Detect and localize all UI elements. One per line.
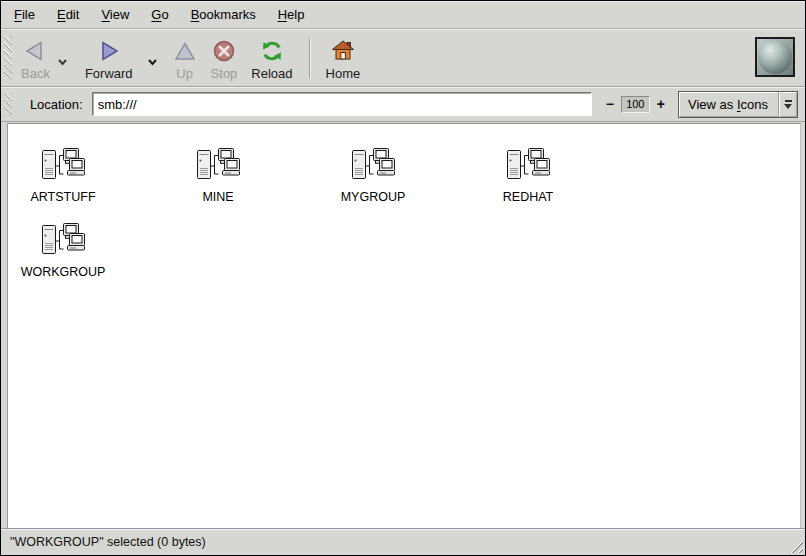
- up-button[interactable]: Up: [166, 32, 204, 85]
- workgroup-item-redhat[interactable]: REDHAT: [473, 147, 583, 204]
- icon-view[interactable]: ARTSTUFF: [7, 123, 801, 528]
- home-button[interactable]: Home: [319, 32, 368, 85]
- menu-go[interactable]: Go: [140, 2, 179, 27]
- menu-bookmarks[interactable]: Bookmarks: [180, 2, 267, 27]
- icon-row: WORKGROUP: [8, 222, 800, 279]
- toolbar-drag-handle[interactable]: [4, 36, 12, 80]
- resize-grip[interactable]: [786, 536, 803, 553]
- throbber-sphere-icon: [758, 40, 792, 74]
- workgroup-item-workgroup[interactable]: WORKGROUP: [8, 222, 118, 279]
- home-icon: [331, 38, 355, 64]
- menu-view[interactable]: View: [90, 2, 140, 27]
- forward-icon: [97, 38, 121, 64]
- workgroup-item-label: REDHAT: [503, 190, 553, 204]
- status-text: "WORKGROUP" selected (0 bytes): [10, 535, 206, 549]
- back-history-dropdown-icon[interactable]: [57, 52, 68, 70]
- network-workgroup-icon: [505, 147, 552, 185]
- stop-button[interactable]: Stop: [204, 32, 245, 85]
- forward-history-dropdown-icon[interactable]: [147, 52, 158, 70]
- toolbar: Back Forward Up Stop: [1, 29, 805, 87]
- reload-icon: [260, 38, 284, 64]
- zoom-in-button[interactable]: +: [654, 96, 668, 112]
- workgroup-item-label: ARTSTUFF: [30, 190, 95, 204]
- location-bar: Location: − 100 + View as Icons: [1, 87, 805, 122]
- toolbar-separator: [309, 38, 310, 78]
- network-workgroup-icon: [195, 147, 242, 185]
- menu-help[interactable]: Help: [267, 2, 316, 27]
- location-label: Location:: [30, 97, 83, 112]
- forward-button[interactable]: Forward: [78, 32, 140, 85]
- throbber: [755, 37, 795, 77]
- network-workgroup-icon: [350, 147, 397, 185]
- zoom-out-button[interactable]: −: [603, 96, 617, 112]
- back-button[interactable]: Back: [14, 32, 57, 85]
- workgroup-item-mygroup[interactable]: MYGROUP: [318, 147, 428, 204]
- menu-edit[interactable]: Edit: [46, 2, 90, 27]
- workgroup-item-mine[interactable]: MINE: [163, 147, 273, 204]
- network-workgroup-icon: [40, 222, 87, 260]
- menu-bar: File Edit View Go Bookmarks Help: [1, 1, 805, 29]
- reload-button[interactable]: Reload: [244, 32, 299, 85]
- workgroup-item-artstuff[interactable]: ARTSTUFF: [8, 147, 118, 204]
- workgroup-item-label: MINE: [202, 190, 233, 204]
- location-input[interactable]: [92, 92, 592, 116]
- content-frame: ARTSTUFF: [1, 122, 805, 528]
- location-bar-drag-handle[interactable]: [4, 93, 12, 115]
- up-icon: [173, 38, 197, 64]
- view-as-dropdown[interactable]: View as Icons: [678, 91, 798, 118]
- network-workgroup-icon: [40, 147, 87, 185]
- zoom-controls: − 100 +: [603, 96, 668, 113]
- icon-row: ARTSTUFF: [8, 147, 800, 204]
- view-as-dropdown-arrow-icon[interactable]: [778, 92, 797, 117]
- view-as-label: View as Icons: [679, 92, 778, 117]
- back-icon: [23, 38, 47, 64]
- workgroup-item-label: MYGROUP: [341, 190, 406, 204]
- stop-icon: [212, 38, 236, 64]
- file-manager-window: File Edit View Go Bookmarks Help Back Fo…: [0, 0, 806, 556]
- workgroup-item-label: WORKGROUP: [21, 265, 106, 279]
- zoom-level-indicator[interactable]: 100: [621, 96, 650, 113]
- status-bar: "WORKGROUP" selected (0 bytes): [1, 528, 805, 555]
- menu-file[interactable]: File: [3, 2, 46, 27]
